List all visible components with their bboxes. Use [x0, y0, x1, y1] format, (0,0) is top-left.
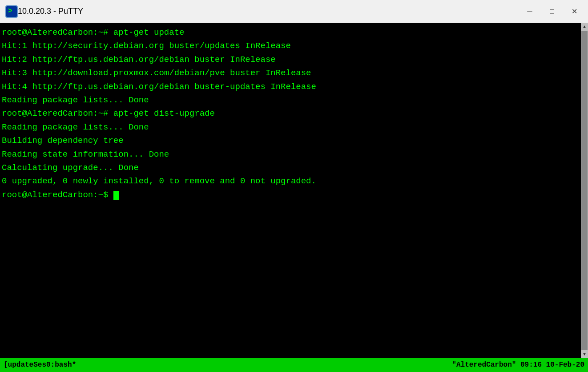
close-button[interactable]: ✕ — [564, 4, 584, 20]
terminal-line: Calculating upgrade... Done — [2, 161, 586, 174]
terminal-line: Reading package lists... Done — [2, 93, 586, 107]
window-title: 10.0.20.3 - PuTTY — [18, 7, 583, 16]
window-controls: ─ □ ✕ — [520, 4, 584, 20]
minimize-button[interactable]: ─ — [520, 4, 540, 20]
status-left: [updateSes0:bash* — [4, 361, 76, 369]
terminal-cursor — [113, 191, 119, 200]
title-bar: 10.0.20.3 - PuTTY ─ □ ✕ — [0, 0, 588, 23]
terminal-line: Hit:1 http://security.debian.org buster/… — [2, 39, 586, 53]
scroll-down-arrow[interactable]: ▼ — [581, 351, 588, 358]
scroll-up-arrow[interactable]: ▲ — [581, 23, 588, 30]
scrollbar-thumb[interactable] — [581, 31, 588, 350]
terminal-output: root@AlteredCarbon:~# apt-get update Hit… — [2, 26, 586, 202]
status-bar: [updateSes0:bash* "AlteredCarbon" 09:16 … — [0, 358, 588, 372]
putty-icon — [5, 5, 18, 18]
terminal-line: Hit:3 http://download.proxmox.com/debian… — [2, 66, 586, 80]
scrollbar[interactable]: ▲ ▼ — [581, 23, 588, 358]
terminal-line: Reading state information... Done — [2, 148, 586, 161]
terminal-area[interactable]: root@AlteredCarbon:~# apt-get update Hit… — [0, 23, 588, 358]
terminal-line: 0 upgraded, 0 newly installed, 0 to remo… — [2, 174, 586, 188]
terminal-line: Hit:4 http://ftp.us.debian.org/debian bu… — [2, 80, 586, 93]
terminal-line: Reading package lists... Done — [2, 121, 586, 134]
terminal-line: Building dependency tree — [2, 134, 586, 147]
status-right: "AlteredCarbon" 09:16 10-Feb-20 — [452, 361, 584, 369]
terminal-line: root@AlteredCarbon:~# apt-get update — [2, 26, 586, 39]
terminal-line: root@AlteredCarbon:~# apt-get dist-upgra… — [2, 107, 586, 120]
terminal-prompt-line: root@AlteredCarbon:~$ — [2, 188, 586, 202]
maximize-button[interactable]: □ — [542, 4, 562, 20]
terminal-line: Hit:2 http://ftp.us.debian.org/debian bu… — [2, 53, 586, 66]
